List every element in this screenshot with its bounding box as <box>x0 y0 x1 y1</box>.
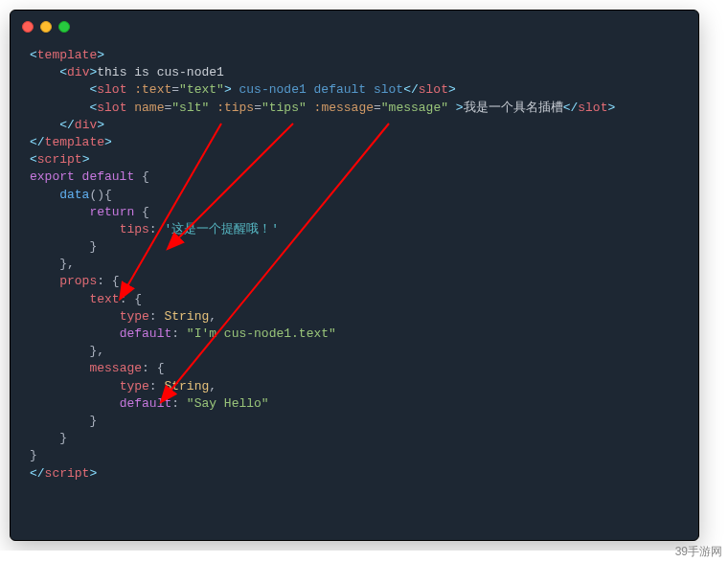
tok: default <box>120 396 172 411</box>
tok: message <box>89 361 142 375</box>
tok <box>30 344 89 358</box>
tok: } <box>59 431 67 445</box>
code-block: <template> <div>this is cus-node1 <slot … <box>11 43 698 502</box>
tok: String <box>164 309 209 324</box>
tok: > <box>97 48 104 62</box>
tok: : { <box>120 292 142 306</box>
tok: : <box>171 396 187 411</box>
tok <box>30 222 120 236</box>
minimize-dot-icon <box>40 21 52 33</box>
tok: "slt" <box>171 101 209 115</box>
tok: :message <box>314 101 374 115</box>
tok: > <box>607 101 615 115</box>
tok <box>30 118 59 132</box>
tok: = <box>254 101 262 115</box>
tok: { <box>134 169 149 184</box>
tok <box>30 396 120 411</box>
tok: cus-node1 default slot <box>232 82 403 97</box>
tok: :tips <box>216 101 254 115</box>
tok: : <box>149 309 165 324</box>
tok: } <box>30 448 37 462</box>
tok: slot <box>97 101 126 115</box>
tok: </ <box>563 101 579 115</box>
tok: } <box>89 239 97 254</box>
window-titlebar <box>11 11 698 43</box>
tok: :text <box>134 82 171 97</box>
tok <box>30 361 89 375</box>
tok <box>30 274 59 288</box>
tok: "tips" <box>262 101 307 115</box>
tok: </ <box>30 466 45 481</box>
tok: }, <box>59 257 75 271</box>
tok: "text" <box>179 82 224 97</box>
tok: template <box>37 48 97 62</box>
tok: , <box>209 309 216 324</box>
tok: (){ <box>89 188 111 202</box>
tok: > <box>97 118 104 132</box>
tok: = <box>171 82 179 97</box>
tok: : { <box>97 274 119 288</box>
tok: slot <box>97 82 126 97</box>
tok: type <box>120 379 149 393</box>
tok: String <box>164 379 209 393</box>
close-dot-icon <box>22 21 34 33</box>
tok: '这是一个提醒哦！' <box>164 222 279 236</box>
tok <box>30 326 120 341</box>
tok: : <box>149 222 165 236</box>
tok: script <box>37 152 82 167</box>
tok: template <box>45 135 104 149</box>
tok: props <box>59 274 97 288</box>
tok: </ <box>30 135 45 149</box>
tok: tips <box>120 222 149 236</box>
tok: = <box>374 101 381 115</box>
tok: data <box>59 188 89 202</box>
tok: > <box>224 82 232 97</box>
tok: export default <box>30 169 134 184</box>
watermark-text: 39手游网 <box>675 544 722 551</box>
tok: </ <box>403 82 419 97</box>
tok: : <box>171 326 187 341</box>
tok: { <box>134 205 149 219</box>
tok: > <box>82 152 90 167</box>
tok <box>30 292 89 306</box>
tok <box>30 257 59 271</box>
tok: "message" <box>381 101 448 115</box>
tok <box>30 379 120 393</box>
tok: </ <box>59 118 75 132</box>
code-window: <template> <div>this is cus-node1 <slot … <box>10 10 699 541</box>
tok: name <box>134 101 164 115</box>
tok: > <box>89 466 97 481</box>
tok: text <box>89 292 119 306</box>
tok <box>30 188 59 202</box>
tok <box>30 101 89 115</box>
tok <box>209 101 216 115</box>
tok: type <box>120 309 149 324</box>
tok <box>30 205 89 219</box>
tok: return <box>89 205 134 219</box>
tok <box>307 101 314 115</box>
tok: > <box>448 82 456 97</box>
tok: , <box>209 379 216 393</box>
tok: div <box>75 118 97 132</box>
tok <box>30 65 59 79</box>
tok: this is cus-node1 <box>97 65 224 79</box>
tok <box>448 101 456 115</box>
tok: < <box>59 65 67 79</box>
tok: "I'm cus-node1.text" <box>187 326 336 341</box>
tok: } <box>89 414 97 428</box>
tok <box>30 239 89 254</box>
tok: > <box>104 135 112 149</box>
tok <box>30 431 59 445</box>
tok <box>30 82 89 97</box>
tok: }, <box>89 344 104 358</box>
tok: script <box>45 466 90 481</box>
tok: 我是一个具名插槽 <box>464 101 563 115</box>
tok: < <box>30 48 37 62</box>
tok: default <box>120 326 172 341</box>
tok: < <box>30 152 37 167</box>
tok: slot <box>578 101 607 115</box>
tok: slot <box>419 82 448 97</box>
tok <box>30 414 89 428</box>
tok: "Say Hello" <box>187 396 269 411</box>
tok: : <box>149 379 165 393</box>
